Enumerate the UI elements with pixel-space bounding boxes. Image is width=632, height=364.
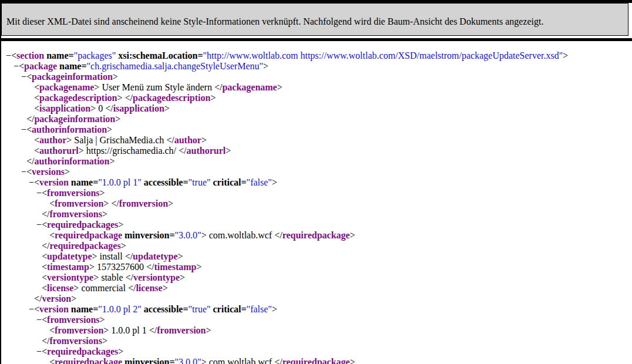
xml-tag-name: package [24,61,57,71]
collapse-toggle-icon[interactable]: − [21,167,26,177]
xml-tag-name: license [136,283,162,293]
xml-line: <packagedescription> </packagedescriptio… [1,93,627,103]
xml-punctuation: < [42,272,47,282]
xml-line: </fromversions> [1,336,627,346]
xml-tag-name: timestamp [154,262,197,272]
xml-tag-name: fromversions [47,315,99,325]
xml-attribute-name: xsi:schemaLocation= [116,50,203,60]
collapse-toggle-icon[interactable]: − [29,304,34,314]
xml-tag-name: requiredpackages [49,241,120,251]
xml-punctuation: > [263,61,268,71]
xml-punctuation: < [11,50,16,60]
xml-punctuation: > [107,124,112,134]
xml-punctuation: < [19,61,24,71]
xml-attribute-name: minversion= [122,230,175,240]
xml-punctuation: < [49,325,55,335]
xml-punctuation: < [42,346,47,356]
xml-punctuation: < [49,198,55,208]
xml-punctuation: </ [125,93,133,103]
collapse-toggle-icon[interactable]: − [6,50,11,60]
xml-attribute-value: "3.0.0" [175,357,201,364]
xml-punctuation: > [178,251,183,261]
xml-punctuation: < [42,188,47,198]
xml-line: <author> Salja | GrischaMedia.ch </autho… [1,135,627,146]
xml-line: <license> commercial </license> [1,283,627,294]
xml-line: −<fromversions> [1,315,627,325]
xml-line: </version> [1,294,627,304]
no-style-message: Mit dieser XML-Datei sind anscheinend ke… [2,4,628,35]
xml-tag-name: fromversions [49,209,102,219]
xml-tag-name: authorinformation [34,156,109,166]
xml-punctuation: </ [179,146,186,156]
xml-tag-name: authorinformation [32,124,107,134]
collapse-toggle-icon[interactable]: − [36,220,42,230]
xml-tag-name: fromversions [47,188,99,198]
xml-punctuation: </ [42,336,49,346]
xml-line: </requiredpackages> [1,241,627,251]
collapse-toggle-icon[interactable]: − [36,346,42,356]
xml-punctuation: > [92,251,97,261]
xml-line: <timestamp> 1573257600 </timestamp> [1,262,627,272]
xml-punctuation: > [102,336,107,346]
xml-attribute-value: "1.0.0 pl 2" [98,304,142,314]
xml-tag-name: version [39,177,69,187]
xml-line: <authorurl> https://grischamedia.ch/ </a… [1,146,627,156]
xml-tag-name: author [174,135,201,145]
xml-punctuation: > [277,82,283,92]
xml-punctuation: > [90,103,96,113]
xml-line: −<requiredpackages> [1,220,627,230]
xml-line: <updatetype> install </updatetype> [1,251,627,262]
xml-attribute-value: "packages" [74,50,116,60]
xml-text-content: https://grischamedia.ch/ [84,146,179,156]
xml-tag-name: fromversion [55,325,103,335]
xml-punctuation: > [206,325,211,335]
xml-punctuation: > [201,135,207,145]
xml-tag-name: fromversion [157,325,206,335]
collapse-toggle-icon[interactable]: − [29,177,34,187]
xml-line: −<fromversions> [1,188,627,198]
xml-tag-name: version [42,294,71,304]
xml-attribute-value: "false" [247,304,272,314]
xml-punctuation: < [34,135,39,145]
xml-text-content: install [98,251,125,261]
collapse-toggle-icon[interactable]: − [36,315,42,325]
xml-tag-name: section [16,50,44,60]
xml-tag-name: fromversion [55,198,103,208]
xml-punctuation: > [103,198,109,208]
xml-punctuation: < [26,167,32,177]
xml-punctuation: > [93,272,99,282]
xml-tag-name: timestamp [47,262,89,272]
xml-punctuation: </ [166,135,174,145]
xml-tag-name: fromversion [119,198,168,208]
xml-punctuation: > [79,146,84,156]
xml-text-content: User Menü zum Style ändern [99,82,214,92]
xml-tag-name: authorurl [187,146,226,156]
xml-line: <versiontype> stable </versiontype> [1,272,627,283]
xml-line: <isapplication> 0 </isapplication> [1,103,627,114]
xml-attribute-name: accessible= [142,304,189,314]
xml-line: −<package name="ch.grischamedia.salja.ch… [1,61,627,72]
xml-tag-name: packagedescription [133,93,210,103]
xml-punctuation: > [180,272,185,282]
xml-tag-name: packageinformation [32,72,113,82]
xml-punctuation: </ [149,325,157,335]
collapse-toggle-icon[interactable]: − [14,61,19,71]
xml-punctuation: > [197,262,202,272]
collapse-toggle-icon[interactable]: − [36,188,42,198]
collapse-toggle-icon[interactable]: − [21,124,26,134]
xml-punctuation: > [210,93,216,103]
collapse-toggle-icon[interactable]: − [21,72,26,82]
xml-punctuation: > [272,304,277,314]
xml-line: </authorinformation> [1,156,627,167]
xml-punctuation: </ [34,294,42,304]
xml-punctuation: > [65,167,70,177]
xml-attribute-value: "ch.grischamedia.salja.changeStyleUserMe… [87,61,264,71]
xml-punctuation: </ [42,241,49,251]
xml-punctuation: > [121,241,126,251]
xml-line: <requiredpackage minversion="3.0.0"> com… [1,230,627,241]
xml-punctuation: < [34,93,39,103]
xml-punctuation: > [168,198,173,208]
xml-text-content: Salja | GrischaMedia.ch [72,135,166,145]
xml-tag-name: requiredpackage [283,230,350,240]
xml-attribute-value: "3.0.0" [175,230,201,240]
